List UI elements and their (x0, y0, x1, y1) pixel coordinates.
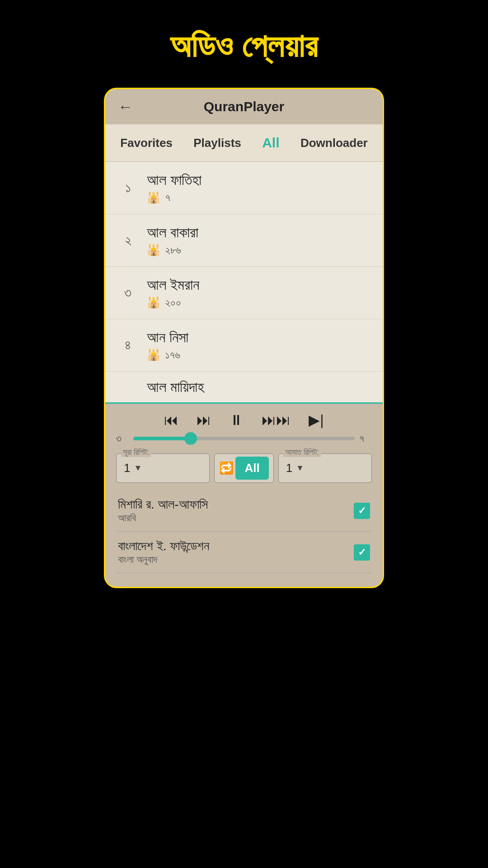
surah-item-3[interactable]: ৩ আল ইমরান 🕌 ২০০ (105, 267, 383, 319)
reciter-checkbox-1[interactable] (354, 503, 370, 519)
progress-row: ৩ ৭ (116, 433, 372, 444)
screen-title: QuranPlayer (204, 99, 284, 114)
ayat-repeat-label: আমাত রিপিট: (283, 448, 321, 457)
reciters-list: মিশারি র. আল-আফাসি আরবি বাংলাদেশ ই. ফাউন… (116, 490, 372, 573)
page-wrapper: অডিও প্লেয়ার ← QuranPlayer Favorites Pl… (0, 0, 488, 868)
surah-list: ১ আল ফাতিহা 🕌 ৭ ২ আল বাকারা 🕌 ২৮৬ (105, 162, 383, 402)
phone-frame: ← QuranPlayer Favorites Playlists All Do… (104, 88, 384, 588)
reciter-name-2: বাংলাদেশ ই. ফাউন্ডেশন (118, 539, 209, 554)
mosque-icon-4: 🕌 (147, 349, 160, 361)
top-bar: ← QuranPlayer (105, 89, 383, 124)
surah-info-4: আন নিসা 🕌 ১৭৬ (147, 329, 188, 361)
surah-number-3: ৩ (118, 285, 138, 301)
prev-track-button[interactable]: ⏭ (197, 413, 211, 427)
tab-playlists[interactable]: Playlists (189, 133, 246, 153)
repeat-cycle-icon: 🔁 (219, 461, 234, 475)
surah-item-5-partial: আল মায়িদাহ (105, 372, 383, 402)
surah-name-4: আন নিসা (147, 329, 188, 346)
surah-verses-1: ৭ (165, 191, 170, 204)
ayat-repeat-value: 1 (286, 461, 292, 475)
player-controls: ⏮ ⏭ ⏸ ⏭⏭ ▶| (116, 413, 372, 427)
reciter-lang-1: আরবি (118, 512, 208, 524)
surah-number-1: ১ (118, 180, 138, 196)
sura-repeat-arrow-icon[interactable]: ▼ (134, 463, 142, 473)
surah-meta-3: 🕌 ২০০ (147, 296, 199, 309)
repeat-controls-wrapper: সূরা রিপিট: 1 ▼ 🔁 All আমাত রিপিট: 1 ▼ (116, 453, 372, 483)
progress-thumb (184, 432, 197, 445)
player-section: ⏮ ⏭ ⏸ ⏭⏭ ▶| ৩ ৭ সূরা রিপিট: 1 (105, 402, 383, 587)
surah-name-1: আল ফাতিহা (147, 172, 202, 189)
skip-to-start-button[interactable]: ⏮ (164, 413, 178, 427)
tab-downloader[interactable]: Downloader (296, 133, 372, 153)
surah-meta-2: 🕌 ২৮৬ (147, 244, 198, 256)
tab-bar: Favorites Playlists All Downloader (105, 124, 383, 162)
progress-fill (133, 437, 191, 440)
reciter-lang-2: বাংলা অনুবাদ (118, 554, 209, 566)
progress-start-label: ৩ (116, 433, 129, 444)
surah-number-4: ৪ (118, 337, 138, 353)
mosque-icon-1: 🕌 (147, 191, 160, 204)
surah-info-2: আল বাকারা 🕌 ২৮৬ (147, 224, 198, 256)
reciter-name-1: মিশারি র. আল-আফাসি (118, 497, 208, 512)
surah-name-5: আল মায়িদাহ (147, 379, 204, 396)
reciter-info-2: বাংলাদেশ ই. ফাউন্ডেশন বাংলা অনুবাদ (118, 539, 209, 566)
surah-name-2: আল বাকারা (147, 224, 198, 241)
back-button[interactable]: ← (118, 99, 132, 115)
sura-repeat-value: 1 (124, 461, 130, 475)
reciter-row-1: মিশারি র. আল-আফাসি আরবি (116, 490, 372, 532)
tab-all[interactable]: All (258, 132, 284, 153)
surah-verses-3: ২০০ (165, 296, 181, 309)
surah-item-1[interactable]: ১ আল ফাতিহা 🕌 ৭ (105, 162, 383, 214)
pause-button[interactable]: ⏸ (229, 413, 244, 427)
ayat-repeat-arrow-icon[interactable]: ▼ (296, 463, 304, 473)
next-track-button[interactable]: ⏭⏭ (262, 413, 291, 427)
app-title: অডিও প্লেয়ার (170, 27, 318, 65)
reciter-checkbox-2[interactable] (354, 544, 370, 561)
surah-name-3: আল ইমরান (147, 277, 199, 293)
repeat-all-button[interactable]: All (235, 457, 268, 480)
reciter-row-2: বাংলাদেশ ই. ফাউন্ডেশন বাংলা অনুবাদ (116, 532, 372, 573)
ayat-repeat-box: আমাত রিপিট: 1 ▼ (278, 453, 372, 483)
mosque-icon-3: 🕌 (147, 296, 160, 309)
surah-info-3: আল ইমরান 🕌 ২০০ (147, 277, 199, 309)
surah-number-2: ২ (118, 232, 138, 248)
progress-end-label: ৭ (359, 433, 372, 444)
surah-info-1: আল ফাতিহা 🕌 ৭ (147, 172, 202, 204)
reciter-info-1: মিশারি র. আল-আফাসি আরবি (118, 497, 208, 524)
surah-meta-1: 🕌 ৭ (147, 191, 202, 204)
surah-item-4[interactable]: ৪ আন নিসা 🕌 ১৭৬ (105, 319, 383, 372)
sura-repeat-box: সূরা রিপিট: 1 ▼ (116, 453, 210, 483)
surah-verses-4: ১৭৬ (165, 349, 180, 361)
skip-forward-button[interactable]: ▶| (309, 413, 324, 427)
surah-verses-2: ২৮৬ (165, 244, 181, 256)
mosque-icon-2: 🕌 (147, 244, 160, 256)
repeat-mode-box: 🔁 All (214, 453, 273, 483)
surah-item-2[interactable]: ২ আল বাকারা 🕌 ২৮৬ (105, 214, 383, 267)
sura-repeat-label: সূরা রিপিট: (121, 448, 151, 457)
progress-track[interactable] (133, 437, 355, 440)
repeat-icon-button[interactable]: 🔁 (219, 461, 234, 475)
tab-favorites[interactable]: Favorites (116, 133, 177, 153)
surah-meta-4: 🕌 ১৭৬ (147, 349, 188, 361)
